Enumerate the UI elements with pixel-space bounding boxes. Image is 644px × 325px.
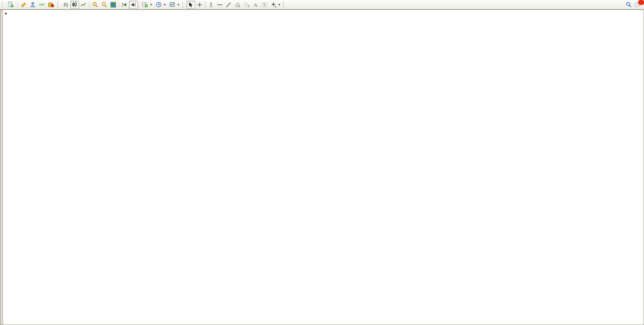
terminal-user-icon: [30, 2, 36, 8]
candlestick-mode-button[interactable]: [70, 1, 79, 9]
zoom-in-icon: [92, 2, 98, 8]
autotrading-button[interactable]: [46, 1, 57, 9]
text-label-icon: T: [261, 2, 268, 8]
bar-chart-mode-button[interactable]: [62, 1, 70, 9]
text-label-tool-button[interactable]: T: [260, 1, 269, 9]
dropdown-caret-icon: ▼: [163, 3, 166, 6]
chart-window[interactable]: ▼: [0, 10, 644, 325]
search-button[interactable]: [624, 1, 633, 9]
toolbar-separator: [205, 1, 206, 8]
chart-title: ▼: [4, 12, 12, 16]
toolbar-separator: [139, 1, 139, 8]
text-tool-button[interactable]: A: [251, 1, 260, 9]
zoom-out-button[interactable]: [100, 1, 109, 9]
toolbar-separator: [119, 1, 119, 8]
line-chart-mode-button[interactable]: [79, 1, 88, 9]
svg-text:A: A: [254, 2, 257, 8]
horizontal-line-icon: [217, 2, 223, 7]
arrows-icon: [271, 2, 276, 8]
chart-shift-button[interactable]: [129, 1, 138, 9]
tile-windows-button[interactable]: [109, 1, 118, 9]
arrows-tool-button[interactable]: ▼: [269, 1, 282, 9]
svg-text:E: E: [239, 5, 240, 8]
channel-icon: E: [234, 2, 241, 8]
notification-badge: [638, 0, 644, 5]
vertical-line-icon: [209, 2, 214, 8]
window-left-edge: [0, 10, 3, 325]
auto-scroll-icon: [122, 2, 128, 8]
dropdown-caret-icon: ▼: [177, 3, 180, 6]
toolbar-grip[interactable]: [182, 2, 185, 8]
line-chart-icon: [81, 2, 86, 8]
toolbar-grip[interactable]: [2, 2, 5, 8]
symbol-dropdown-icon[interactable]: ▼: [4, 12, 8, 16]
signals-button[interactable]: [37, 1, 46, 9]
chart-canvas[interactable]: [0, 10, 644, 325]
candlestick-icon: [72, 2, 78, 8]
vertical-line-tool-button[interactable]: [207, 1, 215, 9]
new-order-button[interactable]: [6, 1, 16, 9]
trendline-icon: [226, 2, 231, 8]
horizontal-line-tool-button[interactable]: [215, 1, 224, 9]
indicators-icon: [142, 2, 148, 8]
toolbar-separator: [18, 1, 18, 8]
bar-chart-icon: [63, 2, 69, 8]
new-order-icon: [8, 2, 14, 8]
auto-scroll-button[interactable]: [120, 1, 129, 9]
signal-icon: [39, 2, 45, 8]
dropdown-caret-icon: ▼: [278, 3, 281, 6]
crosshair-icon: [197, 2, 202, 8]
market-watch-button[interactable]: [19, 1, 28, 9]
autotrading-icon: [48, 2, 54, 8]
terminal-button[interactable]: [28, 1, 37, 9]
toolbar-grip[interactable]: [57, 2, 60, 8]
fibonacci-tool-button[interactable]: F: [242, 1, 251, 9]
search-icon: [626, 2, 632, 8]
template-icon: [169, 2, 175, 8]
dropdown-caret-icon: ▼: [150, 3, 153, 6]
notifications-button[interactable]: [633, 1, 643, 9]
templates-button[interactable]: ▼: [168, 1, 182, 9]
cursor-tool-button[interactable]: [187, 1, 195, 9]
zoom-in-button[interactable]: [91, 1, 100, 9]
trendline-tool-button[interactable]: [224, 1, 233, 9]
indicators-button[interactable]: ▼: [140, 1, 154, 9]
clock-icon: [156, 2, 162, 8]
equidistant-channel-tool-button[interactable]: E: [233, 1, 242, 9]
text-icon: A: [253, 2, 258, 8]
toolbar-grip[interactable]: [283, 2, 286, 8]
tile-windows-icon: [110, 2, 116, 8]
chart-shift-icon: [131, 2, 136, 8]
main-toolbar: ▼ ▼ ▼: [0, 0, 644, 10]
gold-wedge-icon: [21, 2, 27, 8]
svg-text:F: F: [248, 5, 249, 8]
zoom-out-icon: [101, 2, 107, 8]
svg-text:T: T: [263, 3, 266, 7]
crosshair-tool-button[interactable]: [195, 1, 204, 9]
cursor-icon: [188, 2, 193, 8]
periods-button[interactable]: ▼: [154, 1, 168, 9]
toolbar-separator: [89, 1, 89, 8]
fibonacci-icon: F: [244, 2, 250, 8]
